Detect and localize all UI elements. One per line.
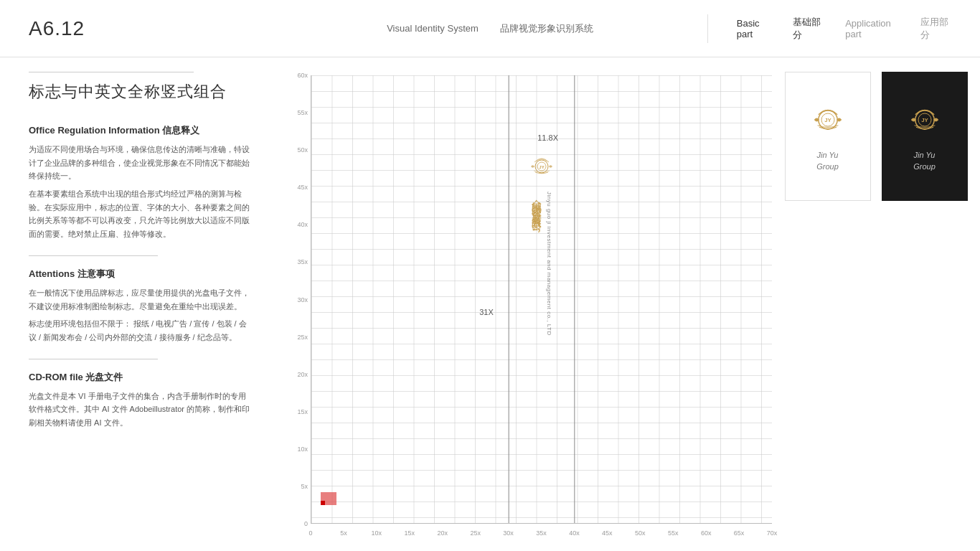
- logo-white-text: Jin YuGroup: [816, 149, 839, 173]
- measurement-11x: 11.8X: [537, 133, 558, 142]
- chart-en-company: Jinyu guo ji investment and management c…: [546, 192, 553, 336]
- x-label: 70x: [767, 529, 778, 537]
- x-label: 10x: [372, 529, 382, 537]
- x-axis-labels: (function() { const xLabels = ['0','5x',…: [311, 524, 772, 551]
- x-label: 0: [308, 529, 312, 537]
- y-axis-labels: (function() { const yLabels = ['60x','55…: [283, 75, 311, 524]
- section1-body: 为适应不同使用场合与环境，确保信息传达的清晰与准确，特设计了企业品牌的多种组合，…: [29, 143, 251, 183]
- chart-logo-area: JY 金域国际投资发展有限公司 Jinyu guo ji investment …: [514, 151, 569, 447]
- x-label: 5x: [340, 529, 347, 537]
- svg-text:JY: JY: [921, 117, 928, 123]
- y-label: 60x: [297, 72, 308, 79]
- x-label: 15x: [405, 529, 415, 537]
- sidebar-top-line: [29, 72, 194, 72]
- measurement-31x: 31X: [479, 308, 494, 316]
- x-label: 25x: [470, 529, 481, 537]
- chart-cn-text: 金域国际投资发展有限公司 Jinyu guo ji investment and…: [531, 192, 552, 336]
- section3-body: 光盘文件是本 VI 手册电子文件的集合，内含手册制作时的专用软件格式文件。其中 …: [29, 390, 251, 430]
- x-label: 65x: [734, 529, 745, 537]
- header-divider: [707, 14, 708, 43]
- header: A6.12 Visual Identity System 品牌视觉形象识别系统 …: [0, 0, 980, 57]
- header-right: Basic part 基础部分 Application part 应用部分: [700, 14, 951, 43]
- y-label: 55x: [297, 109, 308, 116]
- sidebar-section-1: Office Regulation Information 信息释义 为适应不同…: [29, 124, 251, 241]
- vi-label-en: Visual Identity System: [387, 23, 479, 34]
- section2-title: Attentions 注意事项: [29, 268, 251, 281]
- basic-part-en: Basic part: [737, 18, 771, 39]
- logo-panels: JY Jin YuGroup JY Jin YuGroup: [779, 72, 973, 201]
- logo-black-text: Jin YuGroup: [913, 149, 936, 173]
- y-label: 15x: [297, 408, 308, 415]
- logo-black-emblem: JY: [903, 100, 946, 143]
- header-left: A6.12: [29, 17, 280, 40]
- logo-white-panel: JY Jin YuGroup: [785, 72, 871, 201]
- section1-title: Office Regulation Information 信息释义: [29, 124, 251, 137]
- x-label: 55x: [668, 529, 679, 537]
- x-label: 30x: [503, 529, 514, 537]
- sidebar: 标志与中英文全称竖式组合 Office Regulation Informati…: [29, 57, 251, 444]
- sidebar-section-2: Attentions 注意事项 在一般情况下使用品牌标志，应尽量使用提供的光盘电…: [29, 268, 251, 344]
- y-label: 0: [304, 520, 308, 527]
- svg-text:JY: JY: [539, 165, 544, 169]
- basic-part-cn: 基础部分: [793, 16, 824, 42]
- app-part-cn: 应用部分: [920, 16, 951, 42]
- main-chart-area: 31X 11.8X JY: [283, 57, 772, 551]
- sidebar-divider-1: [29, 255, 158, 256]
- section1-body2: 在基本要素组合系统中出现的组合形式均经过严格的测算与检验。在实际应用中，标志的位…: [29, 187, 251, 241]
- x-label: 50x: [635, 529, 646, 537]
- y-label: 35x: [297, 258, 308, 265]
- sidebar-main-title: 标志与中英文全称竖式组合: [29, 81, 251, 103]
- x-label: 35x: [536, 529, 547, 537]
- x-label: 60x: [701, 529, 712, 537]
- chart-grid: 31X 11.8X JY: [311, 75, 772, 524]
- page-number: A6.12: [29, 17, 280, 40]
- logo-white-emblem: JY: [806, 100, 849, 143]
- y-label: 20x: [297, 371, 308, 378]
- y-label: 5x: [301, 483, 308, 490]
- sidebar-section-3: CD-ROM file 光盘文件 光盘文件是本 VI 手册电子文件的集合，内含手…: [29, 371, 251, 430]
- section2-body: 在一般情况下使用品牌标志，应尽量使用提供的光盘电子文件，不建议使用标准制图绘制标…: [29, 286, 251, 313]
- y-label: 40x: [297, 221, 308, 228]
- x-label: 20x: [437, 529, 448, 537]
- y-label: 45x: [297, 184, 308, 191]
- x-label: 45x: [602, 529, 613, 537]
- section2-body2: 标志使用环境包括但不限于： 报纸 / 电视广告 / 宣传 / 包装 / 会议 /…: [29, 317, 251, 344]
- app-part-en: Application part: [845, 18, 899, 39]
- y-label: 10x: [297, 446, 308, 453]
- red-marker: [321, 501, 325, 505]
- sidebar-divider-2: [29, 359, 158, 359]
- vi-label-cn: 品牌视觉形象识别系统: [500, 22, 593, 35]
- header-center: Visual Identity System 品牌视觉形象识别系统: [280, 22, 700, 35]
- y-label: 30x: [297, 296, 308, 303]
- chart-logo-emblem: JY: [524, 151, 560, 187]
- y-label: 25x: [297, 334, 308, 341]
- chart-cn-company: 金域国际投资发展有限公司: [531, 192, 543, 336]
- section3-title: CD-ROM file 光盘文件: [29, 371, 251, 384]
- x-label: 40x: [569, 529, 580, 537]
- svg-text:JY: JY: [824, 117, 831, 123]
- y-label: 50x: [297, 146, 308, 154]
- logo-black-panel: JY Jin YuGroup: [882, 72, 968, 201]
